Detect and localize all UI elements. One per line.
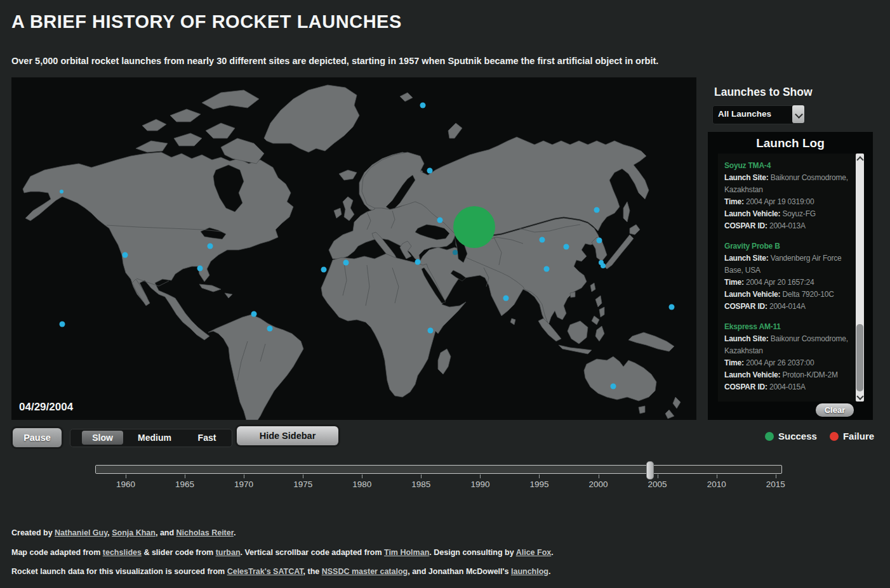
landmass-sri-lanka	[510, 318, 515, 325]
tick-mark	[244, 474, 244, 478]
log-entry-vehicle: Launch Vehicle: Soyuz-FG	[724, 208, 850, 220]
scrollbar-thumb[interactable]	[856, 324, 863, 391]
timeline-slider: 1960196519701975198019851990199520002005…	[95, 461, 783, 490]
log-entry-name: Gravity Probe B	[724, 240, 850, 252]
launch-site-dot	[267, 326, 273, 332]
speed-button-slow[interactable]: Slow	[82, 431, 123, 445]
clear-button[interactable]: Clear	[816, 403, 854, 417]
tick-label: 2015	[757, 480, 795, 489]
landmass-japan	[604, 235, 634, 269]
landmass-arctic-island	[142, 119, 166, 131]
footer-text: & slider code from	[142, 548, 216, 557]
log-field-label: COSPAR ID:	[724, 382, 769, 391]
landmass-hokkaido	[630, 225, 640, 235]
landmass-australia	[584, 356, 656, 401]
log-scrollbar[interactable]	[856, 154, 864, 402]
log-field-value: Delta 7920-10C	[783, 290, 834, 299]
landmass-philippines	[599, 307, 604, 317]
launch-log-list[interactable]: Soyuz TMA-4Launch Site: Baikonur Cosmodr…	[718, 154, 864, 402]
launch-log-title: Launch Log	[708, 136, 873, 150]
world-map[interactable]: 04/29/2004	[11, 77, 696, 420]
launch-site-dot	[197, 266, 203, 271]
tick-label: 1960	[107, 480, 145, 489]
footer-link[interactable]: NSSDC master catalog	[322, 567, 408, 576]
log-entry-vehicle: Launch Vehicle: Proton-K/DM-2M	[724, 369, 850, 381]
log-entry: Gravity Probe BLaunch Site: Vandenberg A…	[724, 240, 850, 313]
launch-site-dot	[60, 190, 63, 193]
log-field-value: 2004 Apr 26 2037:00	[746, 358, 814, 367]
footer-link[interactable]: Alice Fox	[516, 548, 552, 557]
tick-label: 1975	[284, 480, 322, 489]
log-entries: Soyuz TMA-4Launch Site: Baikonur Cosmodr…	[718, 154, 859, 402]
footer-text: Rocket launch data for this visualizatio…	[11, 567, 227, 576]
footer-text: .	[548, 567, 550, 576]
log-field-label: Launch Site:	[724, 254, 771, 263]
tick-mark	[303, 474, 303, 478]
chevron-down-icon[interactable]	[792, 105, 804, 123]
page-subtitle: Over 5,000 orbital rocket launches from …	[11, 56, 658, 66]
tick-mark	[776, 474, 776, 478]
page-title: A BRIEF HISTORY OF ROCKET LAUNCHES	[11, 11, 402, 32]
launch-event-circle	[453, 206, 495, 248]
landmass-philippines	[595, 296, 602, 307]
tick-mark	[539, 474, 540, 478]
select-value: All Launches	[718, 109, 771, 119]
tick-label: 1985	[402, 480, 440, 489]
launch-site-dot	[564, 244, 569, 250]
tick-mark	[480, 474, 481, 478]
landmass-south-america	[208, 315, 303, 420]
log-entry-vehicle: Launch Vehicle: Delta 7920-10C	[724, 289, 850, 301]
log-field-value: Soyuz-FG	[783, 209, 816, 218]
log-entry-time: Time: 2004 Apr 20 1657:24	[724, 277, 850, 289]
log-entry-site: Launch Site: Baikonur Cosmodrome, Kazakh…	[724, 333, 850, 357]
log-field-label: Launch Vehicle:	[724, 209, 783, 218]
landmass-novaya-zemlya	[448, 123, 462, 138]
launch-site-dot	[251, 311, 257, 317]
landmass-iceland	[339, 170, 357, 180]
scroll-up-icon[interactable]	[856, 154, 864, 162]
launch-site-dot	[123, 252, 128, 258]
footer-link[interactable]: Sonja Khan	[112, 528, 156, 537]
log-field-label: Time:	[724, 358, 746, 367]
landmass-arctic-island	[174, 133, 202, 146]
footer-link[interactable]: launchlog	[511, 567, 548, 576]
hide-sidebar-button[interactable]: Hide Sidebar	[237, 426, 338, 445]
footer-link[interactable]: Nathaniel Guy	[55, 528, 107, 537]
footer-link[interactable]: Tim Holman	[384, 548, 429, 557]
landmass-sumatra	[538, 318, 561, 341]
scroll-down-icon[interactable]	[856, 393, 864, 402]
tick-label: 1995	[520, 480, 558, 489]
launch-site-dot	[60, 322, 65, 327]
footer-link[interactable]: techslides	[103, 548, 142, 557]
landmass-borneo	[568, 321, 588, 344]
speed-button-medium[interactable]: Medium	[131, 431, 178, 445]
landmass-arctic-island	[206, 123, 235, 138]
footer-line: Created by Nathaniel Guy, Sonja Khan, an…	[11, 528, 236, 537]
launch-site-dot	[503, 296, 509, 301]
pause-button[interactable]: Pause	[13, 428, 62, 447]
tick-mark	[599, 474, 599, 478]
footer-link[interactable]: turban	[216, 548, 241, 557]
landmass-sakhalin	[623, 202, 630, 222]
footer-link[interactable]: Nicholas Reiter	[176, 528, 234, 537]
launch-site-dot	[611, 384, 616, 389]
landmass-philippines	[592, 316, 599, 325]
landmass-madagascar	[438, 349, 451, 374]
tick-mark	[126, 474, 126, 478]
world-map-svg	[11, 77, 696, 420]
landmass-greenland	[264, 85, 359, 152]
tick-mark	[421, 474, 422, 478]
launch-filter-select[interactable]: All Launches	[712, 105, 804, 123]
slider-handle[interactable]	[646, 461, 654, 480]
legend: SuccessFailure	[765, 431, 874, 441]
landmass-new-guinea	[628, 332, 674, 351]
legend-dot-success	[765, 432, 774, 441]
speed-button-fast[interactable]: Fast	[185, 431, 229, 445]
tick-mark	[658, 474, 658, 478]
footer-link[interactable]: CelesTrak's SATCAT	[227, 567, 303, 576]
legend-item-success: Success	[765, 431, 817, 441]
launch-site-dot	[594, 207, 600, 213]
tick-label: 2000	[580, 480, 618, 489]
launch-site-dot	[321, 267, 327, 273]
launch-site-dot	[669, 304, 675, 310]
